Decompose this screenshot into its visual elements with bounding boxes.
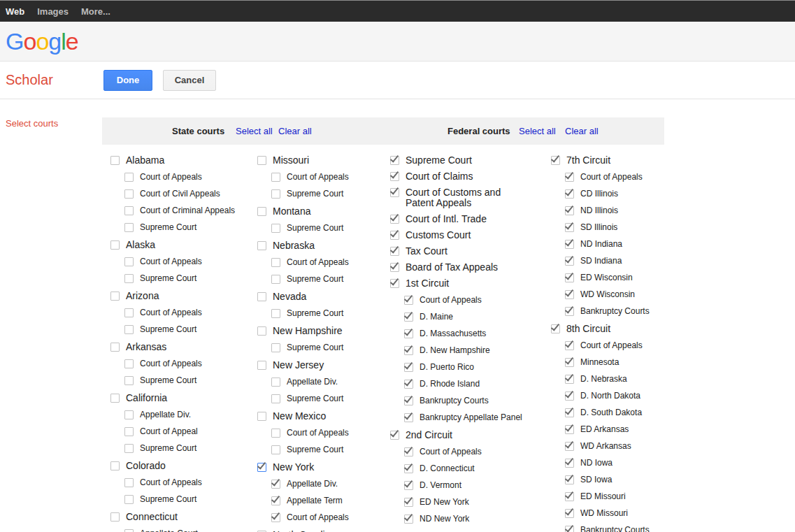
- court-row[interactable]: D. Vermont: [404, 480, 530, 491]
- court-row[interactable]: New Jersey: [257, 360, 387, 371]
- court-row[interactable]: Arkansas: [110, 342, 254, 352]
- court-row[interactable]: Supreme Court: [271, 343, 387, 353]
- court-label[interactable]: ED Wisconsin: [580, 273, 633, 283]
- court-checkbox[interactable]: [124, 444, 134, 453]
- court-label[interactable]: Court of Intl. Trade: [406, 214, 487, 224]
- court-row[interactable]: Court of Appeals: [404, 295, 530, 305]
- court-row[interactable]: Connecticut: [110, 512, 254, 522]
- nav-web[interactable]: Web: [6, 6, 24, 17]
- court-row[interactable]: SD Iowa: [565, 475, 687, 485]
- court-checkbox[interactable]: [404, 380, 413, 389]
- court-checkbox[interactable]: [404, 498, 413, 507]
- court-checkbox[interactable]: [110, 292, 120, 301]
- court-checkbox[interactable]: [257, 156, 266, 165]
- court-row[interactable]: Nevada: [257, 292, 387, 302]
- court-label[interactable]: Missouri: [273, 155, 309, 166]
- court-label[interactable]: Court of Appeals: [140, 359, 202, 369]
- court-checkbox[interactable]: [565, 459, 574, 468]
- court-label[interactable]: Customs Court: [406, 230, 471, 240]
- court-row[interactable]: Appellate Div.: [124, 410, 254, 420]
- court-checkbox[interactable]: [390, 279, 399, 288]
- court-row[interactable]: Court of Appeals: [404, 447, 530, 457]
- court-checkbox[interactable]: [565, 173, 574, 182]
- court-checkbox[interactable]: [257, 326, 266, 336]
- court-row[interactable]: D. Massachusetts: [404, 329, 530, 339]
- court-label[interactable]: Court of Appeals: [287, 512, 349, 523]
- court-checkbox[interactable]: [565, 341, 574, 350]
- court-label[interactable]: Bankruptcy Courts: [580, 306, 650, 317]
- court-checkbox[interactable]: [271, 343, 280, 352]
- court-label[interactable]: ED Arkansas: [580, 424, 629, 435]
- court-row[interactable]: Supreme Court: [271, 274, 387, 285]
- court-row[interactable]: Supreme Court: [124, 324, 254, 335]
- nav-more[interactable]: More...: [81, 6, 110, 17]
- court-label[interactable]: D. South Dakota: [580, 408, 642, 418]
- court-checkbox[interactable]: [124, 359, 134, 368]
- court-row[interactable]: 8th Circuit: [551, 324, 687, 334]
- court-checkbox[interactable]: [124, 427, 134, 436]
- court-checkbox[interactable]: [390, 188, 399, 197]
- court-checkbox[interactable]: [565, 391, 574, 401]
- court-row[interactable]: D. Nebraska: [565, 374, 687, 384]
- court-row[interactable]: Supreme Court: [271, 445, 387, 455]
- court-row[interactable]: Court of Appeals: [124, 308, 254, 318]
- court-row[interactable]: ED Missouri: [565, 491, 687, 502]
- court-label[interactable]: Tax Court: [406, 246, 447, 257]
- court-checkbox[interactable]: [271, 445, 280, 454]
- court-label[interactable]: Nebraska: [273, 240, 315, 251]
- court-checkbox[interactable]: [390, 263, 399, 272]
- court-label[interactable]: D. Rhode Island: [420, 379, 480, 389]
- court-label[interactable]: New York: [273, 462, 314, 473]
- state-clear-all-link[interactable]: Clear all: [278, 117, 312, 145]
- court-checkbox[interactable]: [390, 231, 399, 240]
- court-label[interactable]: Court of Appeals: [140, 172, 202, 182]
- court-row[interactable]: ND New York: [404, 514, 530, 524]
- court-row[interactable]: Court of Criminal Appeals: [124, 206, 254, 216]
- court-label[interactable]: Court of Appeals: [140, 308, 202, 318]
- court-row[interactable]: ED New York: [404, 497, 530, 508]
- court-checkbox[interactable]: [257, 361, 266, 370]
- court-checkbox[interactable]: [565, 240, 574, 249]
- court-checkbox[interactable]: [271, 224, 280, 233]
- court-label[interactable]: Montana: [273, 206, 310, 217]
- court-label[interactable]: D. Vermont: [420, 480, 461, 491]
- court-checkbox[interactable]: [110, 156, 120, 165]
- court-label[interactable]: 1st Circuit: [406, 278, 449, 289]
- court-row[interactable]: Bankruptcy Courts: [404, 396, 530, 406]
- court-row[interactable]: New Hampshire: [257, 326, 387, 336]
- court-checkbox[interactable]: [565, 189, 574, 199]
- court-row[interactable]: Court of Intl. Trade: [390, 214, 530, 224]
- court-checkbox[interactable]: [271, 258, 280, 267]
- court-label[interactable]: Bankruptcy Courts: [420, 396, 489, 406]
- court-checkbox[interactable]: [404, 396, 413, 405]
- court-row[interactable]: Court of Appeals: [271, 428, 387, 438]
- court-label[interactable]: Court of Appeals: [287, 172, 349, 182]
- court-label[interactable]: D. Nebraska: [580, 374, 627, 384]
- court-label[interactable]: Court of Customs and Patent Appeals: [406, 187, 530, 208]
- court-row[interactable]: Missouri: [257, 155, 387, 166]
- court-label[interactable]: Arizona: [126, 291, 159, 301]
- court-checkbox[interactable]: [271, 480, 280, 489]
- court-row[interactable]: 2nd Circuit: [390, 430, 530, 440]
- court-label[interactable]: New Mexico: [273, 411, 326, 422]
- court-checkbox[interactable]: [124, 206, 134, 215]
- court-checkbox[interactable]: [565, 475, 574, 484]
- court-checkbox[interactable]: [565, 408, 574, 417]
- court-label[interactable]: Court of Appeals: [420, 295, 482, 305]
- court-row[interactable]: Court of Appeals: [271, 257, 387, 268]
- court-label[interactable]: SD Iowa: [580, 475, 612, 485]
- court-row[interactable]: WD Arkansas: [565, 441, 687, 452]
- court-checkbox[interactable]: [404, 312, 413, 322]
- court-label[interactable]: Supreme Court: [140, 324, 196, 335]
- court-label[interactable]: Supreme Court: [140, 494, 196, 505]
- federal-clear-all-link[interactable]: Clear all: [565, 117, 599, 145]
- court-checkbox[interactable]: [124, 376, 134, 385]
- court-label[interactable]: D. Massachusetts: [420, 329, 486, 339]
- court-label[interactable]: D. Connecticut: [420, 463, 475, 474]
- court-row[interactable]: Court of Claims: [390, 171, 530, 182]
- court-checkbox[interactable]: [404, 413, 413, 422]
- court-row[interactable]: Board of Tax Appeals: [390, 262, 530, 273]
- court-row[interactable]: D. Connecticut: [404, 463, 530, 474]
- court-row[interactable]: ND Indiana: [565, 239, 687, 250]
- court-row[interactable]: Minnesota: [565, 357, 687, 368]
